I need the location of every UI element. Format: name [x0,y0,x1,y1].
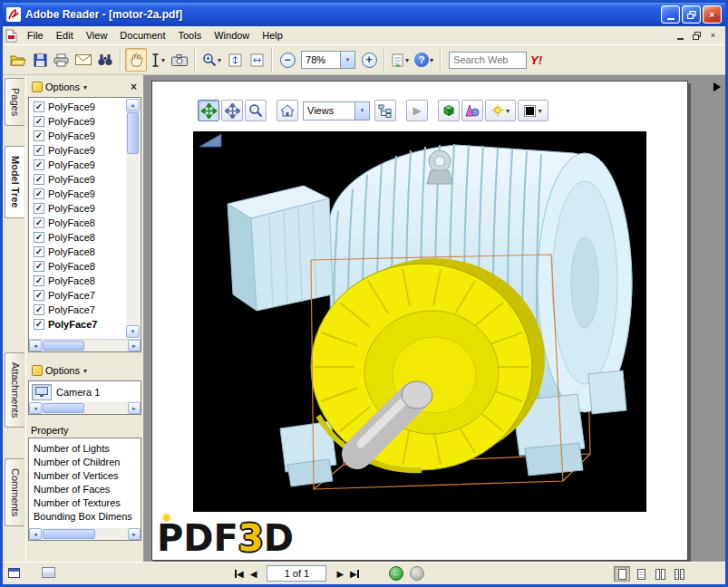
3d-viewport[interactable] [193,131,646,512]
menu-item[interactable]: File [21,27,50,43]
model-tree-item[interactable]: ✓ PolyFace7 [34,303,126,317]
default-view-button[interactable] [277,100,298,121]
visibility-checkbox[interactable]: ✓ [34,319,44,330]
view-item[interactable]: Camera 1 [32,384,100,400]
visibility-checkbox[interactable]: ✓ [34,130,44,141]
previous-page-button[interactable]: ◀ [250,569,257,579]
rotate-tool-button[interactable] [198,100,219,121]
sidebar-tab[interactable]: Comments [5,458,24,526]
pan-tool-button[interactable] [221,100,243,121]
menu-item[interactable]: Window [208,27,256,43]
model-tree-item[interactable]: ✓ PolyFace8 [34,230,126,245]
first-page-button[interactable]: ◀ [235,569,244,579]
scroll-thumb[interactable] [127,112,139,154]
visibility-checkbox[interactable]: ✓ [34,261,44,272]
zoom-tool-button[interactable]: ▾ [199,48,224,72]
tree-horizontal-scrollbar[interactable]: ◄ ► [29,339,141,351]
camera-view-button[interactable] [32,384,52,400]
zoom-combo-arrow[interactable]: ▾ [341,51,355,69]
visibility-checkbox[interactable]: ✓ [34,116,44,127]
scroll-left-arrow[interactable]: ◄ [29,402,42,414]
menu-item[interactable]: Tools [172,27,209,43]
property-horizontal-scrollbar[interactable]: ◄ ► [28,528,141,541]
menu-item[interactable]: Document [113,27,171,43]
model-tree-item[interactable]: ✓ PolyFace7 [34,288,126,303]
zoom-3d-button[interactable] [245,100,267,121]
visibility-checkbox[interactable]: ✓ [34,174,44,185]
last-page-button[interactable]: ▶ [350,569,359,579]
zoom-out-button[interactable]: − [277,48,298,72]
previous-view-button[interactable]: ← [389,566,403,581]
model-tree-item[interactable]: ✓ PolyFace9 [34,172,126,187]
lighting-button[interactable]: ▾ [485,100,516,121]
page-indicator[interactable]: 1 of 1 [267,565,326,582]
model-tree-item[interactable]: ✓ PolyFace8 [34,216,126,230]
status-window-icon[interactable] [8,568,20,578]
views-horizontal-scrollbar[interactable]: ◄ ► [28,402,141,415]
model-tree-item[interactable]: ✓ PolyFace9 [34,129,126,143]
visibility-checkbox[interactable]: ✓ [34,145,44,156]
help-button[interactable]: ?▾ [412,48,436,72]
visibility-checkbox[interactable]: ✓ [34,246,44,257]
facing-button[interactable] [652,566,668,582]
close-panel-button[interactable]: × [126,81,141,93]
tree-vertical-scrollbar[interactable]: ▲ ▼ [126,99,140,338]
model-tree-item[interactable]: ✓ PolyFace9 [34,143,126,158]
search-web-input[interactable] [449,52,527,69]
sidebar-tab[interactable]: Model Tree [5,146,24,217]
visibility-checkbox[interactable]: ✓ [34,159,44,170]
menu-item[interactable]: View [80,27,114,43]
model-tree-item[interactable]: ✓ PolyFace8 [34,274,126,288]
status-grid-icon[interactable] [42,567,55,578]
select-tool-button[interactable]: ▾ [147,48,169,72]
scroll-thumb[interactable] [43,403,84,413]
visibility-checkbox[interactable]: ✓ [34,101,44,112]
hand-tool-button[interactable] [125,48,147,72]
scroll-left-arrow[interactable]: ◄ [29,528,42,540]
minimize-button[interactable] [661,5,680,24]
options-menu-button[interactable]: Options ▾ [28,363,91,378]
actual-size-button[interactable] [224,48,246,72]
zoom-in-button[interactable]: + [358,48,380,72]
visibility-checkbox[interactable]: ✓ [34,203,44,214]
open-button[interactable] [7,48,29,72]
yahoo-button[interactable]: Y! [530,53,542,67]
model-tree-toggle-button[interactable] [374,100,396,121]
model-tree-item[interactable]: ✓ PolyFace9 [34,158,126,172]
restore-button[interactable] [682,5,701,24]
model-tree-item[interactable]: ✓ PolyFace8 [34,245,126,259]
model-tree-item[interactable]: ✓ PolyFace9 [34,114,126,129]
scroll-right-arrow[interactable]: ► [128,340,141,351]
mdi-restore-button[interactable] [689,29,704,43]
print-button[interactable] [51,48,73,72]
search-button[interactable] [94,48,116,72]
options-menu-button[interactable]: Options ▾ [28,80,91,94]
use-3d-button[interactable] [438,100,460,121]
save-button[interactable] [29,48,51,72]
scroll-right-arrow[interactable]: ► [128,528,141,540]
scroll-left-arrow[interactable]: ◄ [29,340,42,351]
visibility-checkbox[interactable]: ✓ [34,290,44,301]
zoom-level-combobox[interactable]: 78% ▾ [301,51,355,69]
next-view-button[interactable]: → [410,566,424,581]
visibility-checkbox[interactable]: ✓ [34,232,44,243]
menu-item[interactable]: Edit [50,27,80,43]
scroll-right-arrow[interactable]: ► [128,402,141,414]
model-tree-item[interactable]: ✓ PolyFace9 [34,100,126,114]
views-combobox[interactable]: Views ▾ [303,101,370,120]
model-tree-item[interactable]: ✓ PolyFace8 [34,259,126,274]
model-tree-item[interactable]: ✓ PolyFace7 [34,317,126,332]
email-button[interactable] [73,48,94,72]
play-animation-button[interactable]: ▶ [406,100,428,121]
page-view-button[interactable]: ▾ [389,48,412,72]
mdi-minimize-button[interactable] [673,29,688,43]
single-page-button[interactable] [614,566,630,582]
sidebar-tab[interactable]: Pages [5,78,24,126]
background-color-button[interactable]: ▾ [518,100,548,121]
visibility-checkbox[interactable]: ✓ [34,217,44,228]
continuous-facing-button[interactable] [671,566,687,582]
scroll-thumb[interactable] [43,529,95,539]
model-tree-item[interactable]: ✓ PolyFace9 [34,201,126,216]
expand-pane-arrow[interactable] [713,82,721,91]
render-mode-button[interactable] [461,100,483,121]
